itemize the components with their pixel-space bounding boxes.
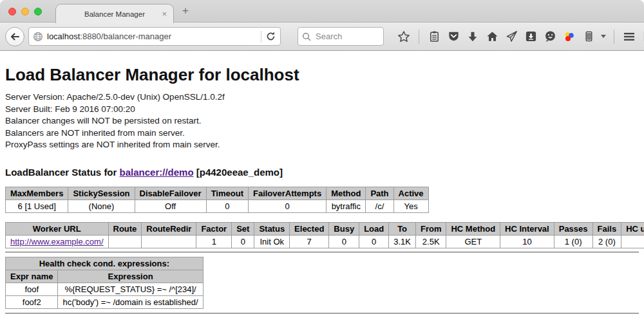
column-header: Fails [592, 222, 621, 235]
column-header: Path [366, 187, 393, 200]
expression-cell: %{REQUEST_STATUS} =~ /^[234]/ [58, 283, 203, 295]
column-header: Busy [329, 222, 359, 235]
heading-suffix: [p4420eeae_demo] [194, 167, 283, 178]
column-header: Elected [290, 222, 329, 235]
urlbar-divider [261, 31, 261, 42]
column-header: HC Method [446, 222, 500, 235]
page-title: Load Balancer Manager for localhost [5, 65, 639, 85]
health-check-table: Health check cond. expressions: Expr nam… [5, 257, 204, 309]
column-header: Route [108, 222, 142, 235]
toolbar-buttons [395, 27, 644, 46]
balancer-demo-link[interactable]: balancer://demo [120, 167, 194, 178]
bookmark-star-button[interactable] [395, 27, 412, 46]
table-cell: Yes [393, 200, 428, 212]
worker-url-cell: http://www.example.com/ [6, 235, 109, 248]
column-header: Timeout [206, 187, 248, 200]
chevron-down-icon[interactable] [601, 35, 606, 38]
colored-dots-icon [563, 30, 576, 43]
new-tab-button[interactable]: + [182, 5, 189, 16]
balancer-values-row: 6 [1 Used](None)Off00bytraffic/c/Yes [6, 200, 429, 212]
paper-plane-icon [506, 30, 518, 42]
reload-icon[interactable] [265, 31, 276, 42]
reading-list-button[interactable] [426, 27, 442, 46]
send-tab-button[interactable] [503, 27, 520, 46]
hamburger-icon [623, 32, 636, 42]
balancer-settings-table: MaxMembersStickySessionDisableFailoverTi… [5, 187, 429, 213]
column-header: Passes [554, 222, 592, 235]
loadbalancer-status-heading: LoadBalancer Status for balancer://demo … [5, 167, 639, 178]
close-window-button[interactable] [8, 8, 16, 15]
table-cell [108, 235, 142, 248]
sidebar-clip-button[interactable] [580, 27, 597, 46]
zoom-window-button[interactable] [34, 8, 42, 15]
table-cell [142, 235, 196, 248]
column-header: RouteRedir [142, 222, 196, 235]
globe-icon [33, 32, 43, 42]
home-button[interactable] [484, 27, 500, 46]
url-text[interactable]: localhost:8880/balancer-manager [47, 32, 257, 41]
table-cell: 0 [359, 235, 389, 248]
extension-dots-button[interactable] [561, 27, 578, 46]
column-header: FailoverAttempts [248, 187, 326, 200]
search-box[interactable] [298, 27, 384, 46]
table-cell [621, 235, 644, 248]
tab-balancer-manager[interactable]: Balancer Manager × [55, 4, 174, 23]
window-controls [8, 8, 42, 15]
column-header: From [415, 222, 446, 235]
column-header: Worker URL [6, 222, 109, 235]
url-bar[interactable]: localhost:8880/balancer-manager [28, 27, 281, 46]
column-header: StickySession [68, 187, 135, 200]
pocket-button[interactable] [445, 27, 462, 46]
worker-header-row: Worker URLRouteRouteRedirFactorSetStatus… [6, 222, 644, 235]
section-divider [5, 252, 639, 253]
navigation-toolbar: localhost:8880/balancer-manager [0, 23, 644, 51]
heading-prefix: LoadBalancer Status for [5, 167, 120, 178]
column-header: DisableFailover [135, 187, 206, 200]
downloads-button[interactable] [464, 27, 481, 46]
table-cell: 3.1K [389, 235, 416, 248]
minimize-window-button[interactable] [21, 8, 29, 15]
star-icon [397, 30, 410, 43]
battery-clip-icon [583, 30, 595, 42]
downloads-panel-button[interactable] [522, 27, 539, 46]
column-header: Set [232, 222, 254, 235]
tab-title: Balancer Manager [84, 10, 145, 18]
search-input[interactable] [314, 31, 372, 42]
toolbar-separator [419, 30, 419, 44]
worker-status-table: Worker URLRouteRouteRedirFactorSetStatus… [5, 222, 644, 248]
tab-close-icon[interactable]: × [162, 9, 167, 19]
table-cell: 6 [1 Used] [6, 200, 68, 212]
back-button[interactable] [5, 27, 24, 46]
download-arrow-icon [467, 31, 478, 42]
column-header: Factor [196, 222, 232, 235]
health-header-row: Expr nameExpression [6, 270, 204, 283]
balancer-header-row: MaxMembersStickySessionDisableFailoverTi… [6, 187, 429, 200]
column-header: MaxMembers [6, 187, 68, 200]
column-header: Active [393, 187, 428, 200]
worker-url-link[interactable]: http://www.example.com/ [10, 237, 104, 246]
column-header: Load [359, 222, 389, 235]
table-cell: 2.5K [415, 235, 446, 248]
table-cell: bytraffic [327, 200, 366, 212]
column-header: Expression [58, 270, 203, 283]
table-cell: 2 (0) [592, 235, 621, 248]
table-cell: /c/ [366, 200, 393, 212]
worker-row: http://www.example.com/ 10Init Ok7003.1K… [6, 235, 644, 248]
expression-cell: hc('body') =~ /domain is established/ [58, 295, 203, 308]
browser-window: Balancer Manager × + localhost:8880/bala… [0, 0, 644, 316]
table-cell: 7 [290, 235, 329, 248]
health-row: foof2 hc('body') =~ /domain is establish… [6, 295, 204, 308]
table-cell: 10 [500, 235, 554, 248]
health-table-title: Health check cond. expressions: [6, 257, 204, 270]
feedback-smiley-button[interactable] [542, 27, 558, 46]
tab-groups-button[interactable] [640, 27, 644, 46]
menu-button[interactable] [621, 27, 638, 46]
health-row: foof %{REQUEST_STATUS} =~ /^[234]/ [6, 283, 204, 295]
persist-notice-line: Balancer changes will NOT be persisted o… [5, 115, 639, 127]
tab-bar: Balancer Manager × + [0, 0, 644, 23]
table-cell: 0 [329, 235, 359, 248]
table-cell: 0 [232, 235, 254, 248]
column-header: Method [327, 187, 366, 200]
clipboard-icon [428, 30, 440, 42]
table-cell: Init Ok [254, 235, 290, 248]
